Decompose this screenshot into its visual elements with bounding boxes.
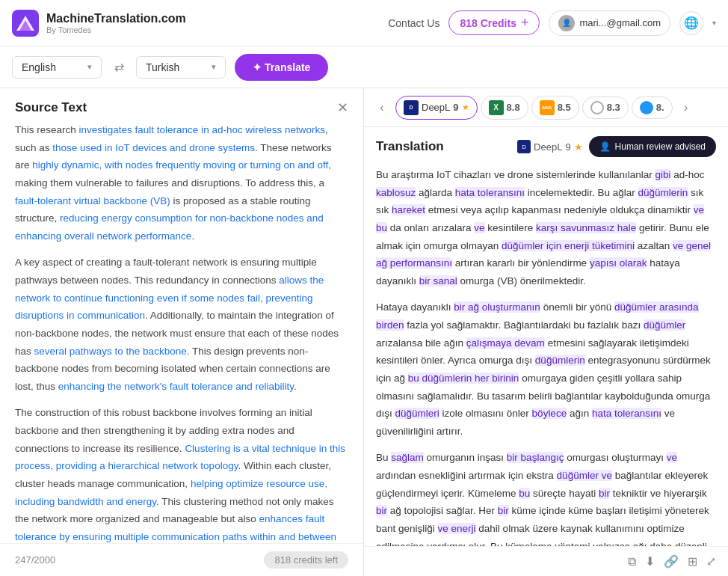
table-icon[interactable]: ⊞ — [688, 554, 697, 569]
link-icon[interactable]: 🔗 — [664, 554, 679, 569]
human-review-button[interactable]: 👤 Human review advised — [589, 136, 716, 157]
aws-logo-icon: aws — [540, 100, 555, 115]
logo-name: MachineTranslation.com — [46, 12, 186, 25]
engines-next-button[interactable]: › — [676, 97, 697, 118]
engine-tab-excel[interactable]: X 8.8 — [481, 96, 528, 120]
source-panel: Source Text ✕ This research investigates… — [0, 88, 364, 576]
chevron-down-icon: ▾ — [212, 62, 216, 72]
credits-button[interactable]: 818 Credits + — [448, 10, 540, 35]
translate-label: ✦ Translate — [253, 61, 310, 73]
header-right: Contact Us 818 Credits + 👤 mari...@gmail… — [388, 10, 716, 36]
star-icon: ★ — [574, 141, 583, 153]
copy-icon[interactable]: ⧉ — [628, 555, 636, 569]
close-source-button[interactable]: ✕ — [337, 101, 348, 114]
logo-icon — [12, 10, 39, 37]
active-engine-score: 9 — [565, 141, 570, 153]
user-account-button[interactable]: 👤 mari...@gmail.com — [549, 10, 670, 36]
source-language-selector[interactable]: English ▾ — [12, 56, 102, 79]
target-language-selector[interactable]: Turkish ▾ — [136, 56, 226, 79]
credits-left-button[interactable]: 818 credits left — [264, 551, 348, 569]
blue-dot-logo-icon — [640, 101, 653, 114]
translation-footer: ⧉ ⬇ 🔗 ⊞ ⤢ — [364, 546, 728, 576]
chevron-down-icon: ▾ — [712, 19, 716, 27]
engine-deepl-label: DeepL — [422, 102, 450, 113]
chevron-down-icon: ▾ — [87, 62, 92, 72]
contact-us-link[interactable]: Contact Us — [388, 17, 439, 29]
logo-text: MachineTranslation.com By Tomedes — [46, 12, 186, 34]
word-count: 247/2000 — [15, 554, 55, 566]
language-selector-button[interactable]: 🌐 — [679, 11, 703, 35]
translation-text-content: Bu araştırma IoT cihazları ve drone sist… — [364, 166, 728, 546]
toolbar: English ▾ ⇄ Turkish ▾ ✦ Translate — [0, 46, 728, 88]
engines-prev-button[interactable]: ‹ — [371, 97, 392, 118]
swap-languages-button[interactable]: ⇄ — [108, 56, 130, 79]
download-icon[interactable]: ⬇ — [645, 554, 655, 569]
active-engine-logo-icon: D — [517, 140, 531, 153]
circle-logo-icon — [590, 101, 604, 114]
header: MachineTranslation.com By Tomedes Contac… — [0, 0, 728, 46]
engine-tab-aws[interactable]: aws 8.5 — [531, 96, 579, 120]
avatar: 👤 — [558, 15, 575, 31]
expand-icon[interactable]: ⤢ — [706, 554, 716, 569]
source-panel-header: Source Text ✕ — [0, 88, 363, 121]
user-email: mari...@gmail.com — [579, 17, 661, 28]
logo-sub: By Tomedes — [46, 25, 186, 34]
active-engine-badge: D DeepL 9 ★ — [517, 140, 583, 153]
review-label: Human review advised — [615, 141, 706, 152]
target-lang-label: Turkish — [146, 61, 179, 73]
source-panel-footer: 247/2000 818 credits left — [0, 543, 363, 576]
active-engine-name: DeepL — [534, 141, 562, 153]
source-lang-label: English — [22, 61, 56, 73]
plus-icon: + — [521, 15, 529, 31]
source-panel-title: Source Text — [15, 100, 87, 115]
logo: MachineTranslation.com By Tomedes — [12, 10, 186, 37]
engine-blue-score: 8. — [656, 102, 664, 113]
source-text-content: This research investigates fault toleran… — [0, 121, 363, 543]
excel-logo-icon: X — [489, 100, 504, 115]
engine-aws-score: 8.5 — [558, 102, 571, 113]
star-icon: ★ — [462, 102, 469, 112]
credits-label: 818 Credits — [460, 17, 516, 29]
engine-tab-circle[interactable]: 8.3 — [582, 96, 629, 119]
engine-deepl-score: 9 — [453, 102, 458, 113]
translation-meta: D DeepL 9 ★ 👤 Human review advised — [517, 136, 716, 157]
main-content: Source Text ✕ This research investigates… — [0, 88, 728, 576]
engines-bar: ‹ D DeepL 9 ★ X 8.8 aws 8.5 8.3 8. — [364, 88, 728, 127]
engine-excel-score: 8.8 — [507, 102, 520, 113]
translation-header: Translation D DeepL 9 ★ 👤 Human review a… — [364, 127, 728, 166]
translate-button[interactable]: ✦ Translate — [235, 54, 328, 81]
engine-tab-deepl[interactable]: D DeepL 9 ★ — [395, 96, 478, 120]
translation-panel: ‹ D DeepL 9 ★ X 8.8 aws 8.5 8.3 8. — [364, 88, 728, 576]
review-icon: 👤 — [599, 141, 611, 152]
deepl-logo-icon: D — [404, 100, 419, 115]
engine-circle-score: 8.3 — [607, 102, 620, 113]
engine-tab-blue[interactable]: 8. — [632, 96, 673, 119]
translation-title: Translation — [376, 139, 444, 154]
